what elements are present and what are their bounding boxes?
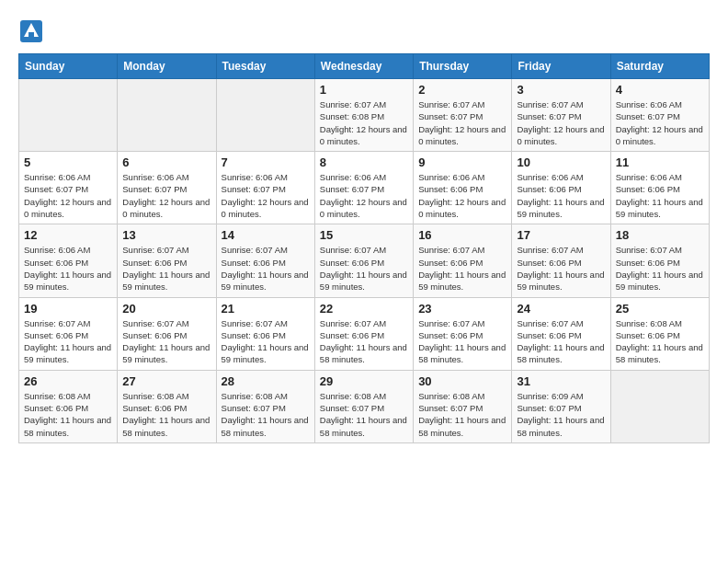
day-detail: Sunrise: 6:06 AMSunset: 6:07 PMDaylight:… bbox=[320, 171, 408, 220]
calendar-cell: 23Sunrise: 6:07 AMSunset: 6:06 PMDayligh… bbox=[414, 297, 512, 370]
day-detail: Sunrise: 6:08 AMSunset: 6:07 PMDaylight:… bbox=[320, 390, 408, 439]
day-detail: Sunrise: 6:07 AMSunset: 6:08 PMDaylight:… bbox=[320, 98, 408, 147]
svg-rect-2 bbox=[28, 32, 34, 40]
calendar-cell bbox=[118, 79, 216, 152]
day-detail: Sunrise: 6:07 AMSunset: 6:06 PMDaylight:… bbox=[24, 317, 112, 366]
calendar-cell: 6Sunrise: 6:06 AMSunset: 6:07 PMDaylight… bbox=[118, 152, 216, 224]
calendar-cell: 7Sunrise: 6:06 AMSunset: 6:07 PMDaylight… bbox=[216, 152, 314, 224]
day-detail: Sunrise: 6:07 AMSunset: 6:07 PMDaylight:… bbox=[517, 98, 605, 147]
day-number: 3 bbox=[517, 83, 605, 97]
calendar-cell: 13Sunrise: 6:07 AMSunset: 6:06 PMDayligh… bbox=[118, 224, 216, 297]
calendar-cell: 9Sunrise: 6:06 AMSunset: 6:06 PMDaylight… bbox=[414, 152, 512, 224]
calendar-cell: 21Sunrise: 6:07 AMSunset: 6:06 PMDayligh… bbox=[216, 297, 314, 370]
calendar-cell: 3Sunrise: 6:07 AMSunset: 6:07 PMDaylight… bbox=[512, 79, 610, 152]
logo-icon bbox=[18, 18, 44, 44]
calendar-cell: 25Sunrise: 6:08 AMSunset: 6:06 PMDayligh… bbox=[610, 297, 709, 370]
calendar-cell bbox=[610, 370, 709, 442]
calendar-week-5: 26Sunrise: 6:08 AMSunset: 6:06 PMDayligh… bbox=[19, 370, 710, 442]
day-detail: Sunrise: 6:08 AMSunset: 6:06 PMDaylight:… bbox=[24, 390, 112, 439]
day-detail: Sunrise: 6:07 AMSunset: 6:06 PMDaylight:… bbox=[418, 317, 506, 366]
day-number: 31 bbox=[517, 374, 605, 388]
calendar-cell: 10Sunrise: 6:06 AMSunset: 6:06 PMDayligh… bbox=[512, 152, 610, 224]
calendar-week-4: 19Sunrise: 6:07 AMSunset: 6:06 PMDayligh… bbox=[19, 297, 710, 370]
calendar-cell: 31Sunrise: 6:09 AMSunset: 6:07 PMDayligh… bbox=[512, 370, 610, 442]
day-header-monday: Monday bbox=[118, 54, 216, 79]
calendar-cell: 4Sunrise: 6:06 AMSunset: 6:07 PMDaylight… bbox=[610, 79, 709, 152]
day-number: 30 bbox=[418, 374, 506, 388]
day-detail: Sunrise: 6:07 AMSunset: 6:06 PMDaylight:… bbox=[418, 244, 506, 293]
day-detail: Sunrise: 6:08 AMSunset: 6:06 PMDaylight:… bbox=[122, 390, 210, 439]
calendar-week-2: 5Sunrise: 6:06 AMSunset: 6:07 PMDaylight… bbox=[19, 152, 710, 224]
day-detail: Sunrise: 6:06 AMSunset: 6:07 PMDaylight:… bbox=[24, 171, 112, 220]
day-header-tuesday: Tuesday bbox=[216, 54, 314, 79]
calendar-cell: 12Sunrise: 6:06 AMSunset: 6:06 PMDayligh… bbox=[19, 224, 118, 297]
calendar-cell: 15Sunrise: 6:07 AMSunset: 6:06 PMDayligh… bbox=[314, 224, 413, 297]
day-number: 13 bbox=[122, 228, 210, 242]
calendar-cell: 18Sunrise: 6:07 AMSunset: 6:06 PMDayligh… bbox=[610, 224, 709, 297]
day-detail: Sunrise: 6:09 AMSunset: 6:07 PMDaylight:… bbox=[517, 390, 605, 439]
day-detail: Sunrise: 6:08 AMSunset: 6:07 PMDaylight:… bbox=[222, 390, 310, 439]
calendar-cell: 22Sunrise: 6:07 AMSunset: 6:06 PMDayligh… bbox=[314, 297, 413, 370]
calendar-cell: 26Sunrise: 6:08 AMSunset: 6:06 PMDayligh… bbox=[19, 370, 118, 442]
logo bbox=[18, 18, 48, 44]
calendar-cell: 8Sunrise: 6:06 AMSunset: 6:07 PMDaylight… bbox=[314, 152, 413, 224]
day-number: 2 bbox=[418, 83, 506, 97]
day-number: 18 bbox=[616, 228, 704, 242]
day-number: 7 bbox=[222, 155, 310, 169]
day-detail: Sunrise: 6:07 AMSunset: 6:06 PMDaylight:… bbox=[320, 317, 408, 366]
calendar-cell: 30Sunrise: 6:08 AMSunset: 6:07 PMDayligh… bbox=[414, 370, 512, 442]
day-number: 11 bbox=[616, 155, 704, 169]
day-number: 23 bbox=[418, 302, 506, 316]
day-number: 9 bbox=[418, 155, 506, 169]
calendar-cell: 24Sunrise: 6:07 AMSunset: 6:06 PMDayligh… bbox=[512, 297, 610, 370]
day-number: 8 bbox=[320, 155, 408, 169]
day-number: 27 bbox=[122, 374, 210, 388]
day-detail: Sunrise: 6:06 AMSunset: 6:06 PMDaylight:… bbox=[616, 171, 704, 220]
day-header-sunday: Sunday bbox=[19, 54, 118, 79]
day-number: 19 bbox=[24, 302, 112, 316]
calendar-cell bbox=[19, 79, 118, 152]
day-header-wednesday: Wednesday bbox=[314, 54, 413, 79]
day-detail: Sunrise: 6:08 AMSunset: 6:07 PMDaylight:… bbox=[418, 390, 506, 439]
calendar-cell: 14Sunrise: 6:07 AMSunset: 6:06 PMDayligh… bbox=[216, 224, 314, 297]
calendar-cell: 19Sunrise: 6:07 AMSunset: 6:06 PMDayligh… bbox=[19, 297, 118, 370]
calendar-cell: 2Sunrise: 6:07 AMSunset: 6:07 PMDaylight… bbox=[414, 79, 512, 152]
calendar-cell: 1Sunrise: 6:07 AMSunset: 6:08 PMDaylight… bbox=[314, 79, 413, 152]
day-number: 17 bbox=[517, 228, 605, 242]
day-header-saturday: Saturday bbox=[610, 54, 709, 79]
day-detail: Sunrise: 6:07 AMSunset: 6:07 PMDaylight:… bbox=[418, 98, 506, 147]
calendar-cell: 29Sunrise: 6:08 AMSunset: 6:07 PMDayligh… bbox=[314, 370, 413, 442]
day-number: 24 bbox=[517, 302, 605, 316]
day-number: 5 bbox=[24, 155, 112, 169]
calendar-cell: 5Sunrise: 6:06 AMSunset: 6:07 PMDaylight… bbox=[19, 152, 118, 224]
day-number: 20 bbox=[122, 302, 210, 316]
day-detail: Sunrise: 6:06 AMSunset: 6:06 PMDaylight:… bbox=[517, 171, 605, 220]
day-header-friday: Friday bbox=[512, 54, 610, 79]
day-detail: Sunrise: 6:06 AMSunset: 6:06 PMDaylight:… bbox=[24, 244, 112, 293]
day-number: 29 bbox=[320, 374, 408, 388]
day-detail: Sunrise: 6:07 AMSunset: 6:06 PMDaylight:… bbox=[122, 244, 210, 293]
day-number: 22 bbox=[320, 302, 408, 316]
day-detail: Sunrise: 6:07 AMSunset: 6:06 PMDaylight:… bbox=[222, 317, 310, 366]
calendar-header-row: SundayMondayTuesdayWednesdayThursdayFrid… bbox=[19, 54, 710, 79]
day-number: 14 bbox=[222, 228, 310, 242]
calendar-cell: 28Sunrise: 6:08 AMSunset: 6:07 PMDayligh… bbox=[216, 370, 314, 442]
day-number: 12 bbox=[24, 228, 112, 242]
calendar-cell: 27Sunrise: 6:08 AMSunset: 6:06 PMDayligh… bbox=[118, 370, 216, 442]
day-detail: Sunrise: 6:08 AMSunset: 6:06 PMDaylight:… bbox=[616, 317, 704, 366]
calendar-cell bbox=[216, 79, 314, 152]
calendar-cell: 20Sunrise: 6:07 AMSunset: 6:06 PMDayligh… bbox=[118, 297, 216, 370]
day-detail: Sunrise: 6:06 AMSunset: 6:07 PMDaylight:… bbox=[616, 98, 704, 147]
day-detail: Sunrise: 6:07 AMSunset: 6:06 PMDaylight:… bbox=[616, 244, 704, 293]
calendar-week-1: 1Sunrise: 6:07 AMSunset: 6:08 PMDaylight… bbox=[19, 79, 710, 152]
day-number: 10 bbox=[517, 155, 605, 169]
day-number: 16 bbox=[418, 228, 506, 242]
day-number: 6 bbox=[122, 155, 210, 169]
day-detail: Sunrise: 6:06 AMSunset: 6:07 PMDaylight:… bbox=[122, 171, 210, 220]
day-detail: Sunrise: 6:07 AMSunset: 6:06 PMDaylight:… bbox=[517, 244, 605, 293]
day-header-thursday: Thursday bbox=[414, 54, 512, 79]
day-detail: Sunrise: 6:07 AMSunset: 6:06 PMDaylight:… bbox=[222, 244, 310, 293]
day-detail: Sunrise: 6:07 AMSunset: 6:06 PMDaylight:… bbox=[517, 317, 605, 366]
calendar-cell: 11Sunrise: 6:06 AMSunset: 6:06 PMDayligh… bbox=[610, 152, 709, 224]
calendar-cell: 17Sunrise: 6:07 AMSunset: 6:06 PMDayligh… bbox=[512, 224, 610, 297]
